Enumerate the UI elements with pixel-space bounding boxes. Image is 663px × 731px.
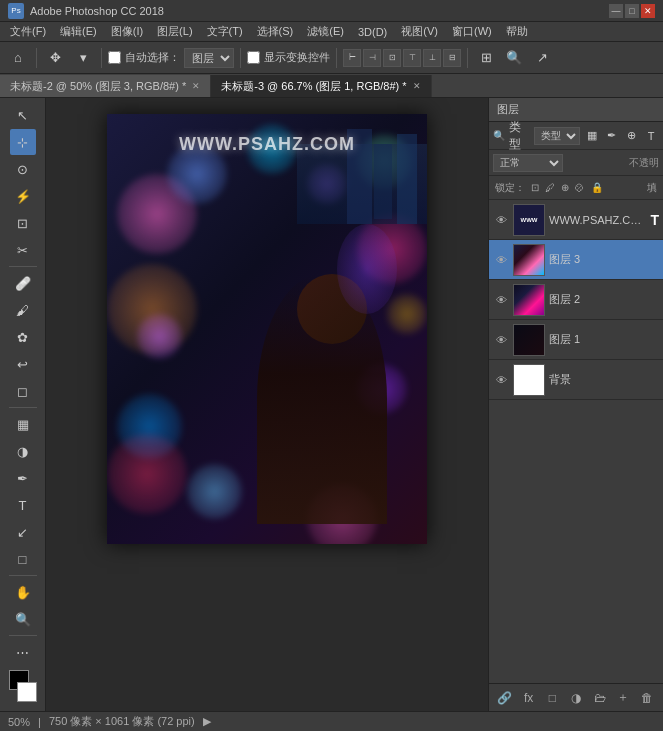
healing-tool[interactable]: 🩹	[10, 270, 36, 296]
shape-tool[interactable]: □	[10, 546, 36, 572]
move-tool-btn[interactable]: ✥	[43, 46, 67, 70]
lock-label: 锁定：	[495, 181, 525, 195]
hair-glow	[337, 224, 397, 314]
delete-layer-btn[interactable]: 🗑	[637, 688, 657, 708]
filter-type-label: 类型	[509, 119, 530, 153]
lasso-tool[interactable]: ⊙	[10, 156, 36, 182]
zoom-tool[interactable]: 🔍	[10, 606, 36, 632]
show-transform-checkbox[interactable]	[247, 51, 260, 64]
filter-icon-2[interactable]: ✒	[604, 127, 620, 145]
filter-icon-3[interactable]: ⊕	[624, 127, 640, 145]
align-center-h-btn[interactable]: ⊣	[363, 49, 381, 67]
tab-2-close[interactable]: ✕	[413, 81, 421, 91]
home-button[interactable]: ⌂	[6, 46, 30, 70]
menu-layer[interactable]: 图层(L)	[151, 23, 198, 40]
layer-item-bg[interactable]: 👁 背景	[489, 360, 663, 400]
layers-lock-row: 锁定： ⊡ 🖊 ⊕ ⛒ 🔒 填	[489, 176, 663, 200]
lock-transparent-icon[interactable]: ⊡	[531, 182, 539, 193]
menu-filter[interactable]: 滤镜(E)	[301, 23, 350, 40]
menu-edit[interactable]: 编辑(E)	[54, 23, 103, 40]
layer-eye-3[interactable]: 👁	[493, 252, 509, 268]
selection-tool[interactable]: ⊹	[10, 129, 36, 155]
export-btn[interactable]: ↗	[530, 46, 554, 70]
image-dimensions: 750 像素 × 1061 像素 (72 ppi)	[49, 714, 195, 729]
show-transform-label: 显示变换控件	[264, 50, 330, 65]
menu-3d[interactable]: 3D(D)	[352, 25, 393, 39]
move-tool[interactable]: ↖	[10, 102, 36, 128]
layer-select[interactable]: 图层	[184, 48, 234, 68]
arrow-btn[interactable]: ▾	[71, 46, 95, 70]
status-arrow-icon[interactable]: ▶	[203, 715, 211, 728]
new-layer-btn[interactable]: ＋	[613, 688, 633, 708]
menu-select[interactable]: 选择(S)	[251, 23, 300, 40]
title-bar: Ps Adobe Photoshop CC 2018 — □ ✕	[0, 0, 663, 22]
filter-type-select[interactable]: 类型	[534, 127, 580, 145]
color-picker[interactable]	[7, 670, 39, 702]
filter-icon-4[interactable]: T	[643, 127, 659, 145]
layer-eye-2[interactable]: 👁	[493, 292, 509, 308]
adjustment-btn[interactable]: ◑	[566, 688, 586, 708]
fx-btn[interactable]: fx	[519, 688, 539, 708]
tool-separator-3	[9, 575, 37, 576]
align-bottom-btn[interactable]: ⊟	[443, 49, 461, 67]
layer-item-3[interactable]: 👁 图层 3	[489, 240, 663, 280]
path-tool[interactable]: ↙	[10, 519, 36, 545]
lock-artboard-icon[interactable]: ⛒	[575, 182, 585, 193]
menu-text[interactable]: 文字(T)	[201, 23, 249, 40]
menu-file[interactable]: 文件(F)	[4, 23, 52, 40]
menu-window[interactable]: 窗口(W)	[446, 23, 498, 40]
gradient-tool[interactable]: ▦	[10, 411, 36, 437]
add-mask-btn[interactable]: □	[542, 688, 562, 708]
lock-all-icon[interactable]: 🔒	[591, 182, 603, 193]
align-left-btn[interactable]: ⊢	[343, 49, 361, 67]
blend-mode-select[interactable]: 正常	[493, 154, 563, 172]
history-tool[interactable]: ↩	[10, 351, 36, 377]
maximize-button[interactable]: □	[625, 4, 639, 18]
tab-1-close[interactable]: ✕	[192, 81, 200, 91]
menu-view[interactable]: 视图(V)	[395, 23, 444, 40]
bokeh-10	[107, 434, 187, 514]
auto-select-checkbox[interactable]	[108, 51, 121, 64]
layers-list: 👁 WWW WWW.PSAHZ.COM T 👁 图层 3 👁	[489, 200, 663, 683]
layer-thumb-2	[513, 284, 545, 316]
background-color[interactable]	[17, 682, 37, 702]
eraser-tool[interactable]: ◻	[10, 378, 36, 404]
align-top-btn[interactable]: ⊤	[403, 49, 421, 67]
layer-item-text[interactable]: 👁 WWW WWW.PSAHZ.COM T	[489, 200, 663, 240]
brush-tool[interactable]: 🖌	[10, 297, 36, 323]
filter-icon-1[interactable]: ▦	[584, 127, 600, 145]
toolbar-separator-1	[36, 48, 37, 68]
distribute-btn[interactable]: ⊞	[474, 46, 498, 70]
align-right-btn[interactable]: ⊡	[383, 49, 401, 67]
layer-eye-bg[interactable]: 👁	[493, 372, 509, 388]
minimize-button[interactable]: —	[609, 4, 623, 18]
new-group-btn[interactable]: 🗁	[590, 688, 610, 708]
eyedropper-tool[interactable]: ✂	[10, 237, 36, 263]
auto-select-group: 自动选择： 图层	[108, 48, 234, 68]
magic-wand-tool[interactable]: ⚡	[10, 183, 36, 209]
lock-image-icon[interactable]: 🖊	[545, 182, 555, 193]
tab-2[interactable]: 未标题-3 @ 66.7% (图层 1, RGB/8#) * ✕	[211, 75, 431, 97]
bokeh-14	[387, 294, 427, 334]
close-button[interactable]: ✕	[641, 4, 655, 18]
clone-tool[interactable]: ✿	[10, 324, 36, 350]
search-btn[interactable]: 🔍	[502, 46, 526, 70]
crop-tool[interactable]: ⊡	[10, 210, 36, 236]
tab-1[interactable]: 未标题-2 @ 50% (图层 3, RGB/8#) * ✕	[0, 75, 211, 97]
pen-tool[interactable]: ✒	[10, 465, 36, 491]
hand-tool[interactable]: ✋	[10, 579, 36, 605]
layer-item-1[interactable]: 👁 图层 1	[489, 320, 663, 360]
dodge-tool[interactable]: ◑	[10, 438, 36, 464]
link-layers-btn[interactable]: 🔗	[495, 688, 515, 708]
text-tool[interactable]: T	[10, 492, 36, 518]
menu-bar: 文件(F) 编辑(E) 图像(I) 图层(L) 文字(T) 选择(S) 滤镜(E…	[0, 22, 663, 42]
more-tools[interactable]: ⋯	[10, 639, 36, 665]
menu-image[interactable]: 图像(I)	[105, 23, 149, 40]
menu-help[interactable]: 帮助	[500, 23, 534, 40]
layer-eye-text[interactable]: 👁	[493, 212, 509, 228]
title-bar-left: Ps Adobe Photoshop CC 2018	[8, 3, 164, 19]
lock-position-icon[interactable]: ⊕	[561, 182, 569, 193]
layer-item-2[interactable]: 👁 图层 2	[489, 280, 663, 320]
align-center-v-btn[interactable]: ⊥	[423, 49, 441, 67]
layer-eye-1[interactable]: 👁	[493, 332, 509, 348]
